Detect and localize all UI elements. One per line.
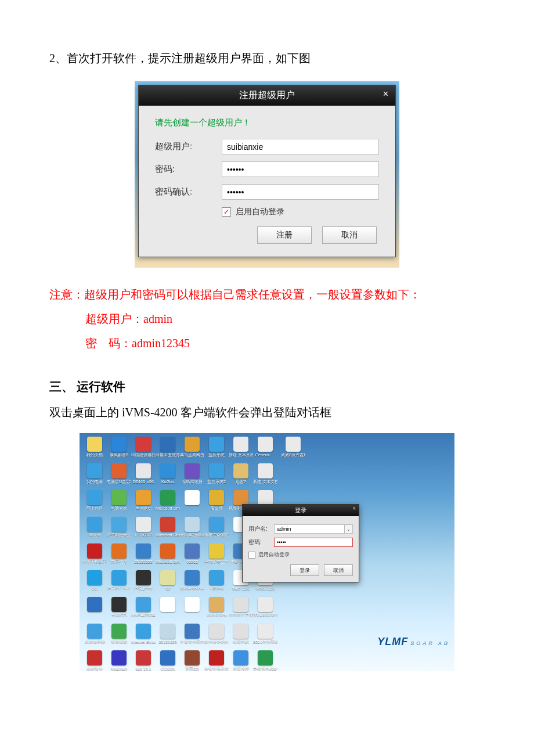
cancel-button[interactable]: 取消 — [322, 226, 377, 244]
desktop-icon[interactable]: 供应搜程 — [229, 650, 252, 671]
desktop-icon[interactable]: 田田田汇总2013... — [229, 597, 252, 624]
desktop-icon-label: 银行服务销售经 — [204, 640, 229, 644]
desktop-icon[interactable]: 常用连接 — [107, 543, 131, 570]
desktop-icon-label: abs 16.1 — [131, 667, 156, 671]
desktop-icon[interactable]: NetExam — [107, 650, 131, 671]
desktop-icon[interactable]: 安实浩浪机软件器... — [205, 650, 228, 671]
app-icon — [87, 624, 102, 639]
desktop-icon[interactable] — [181, 597, 204, 624]
desktop-icon[interactable]: 菜鸟直卖网货源欢 — [181, 437, 204, 463]
cancel-button[interactable]: 取消 — [324, 564, 353, 576]
close-icon[interactable]: × — [383, 89, 388, 99]
password-input[interactable] — [274, 538, 353, 547]
register-button[interactable]: 注册 — [257, 226, 312, 244]
desktop-icon[interactable]: 游千寻广告公司客户端 — [107, 570, 131, 597]
desktop-icon[interactable]: General_... — [254, 437, 277, 463]
desktop-icon[interactable]: 11110303 — [132, 517, 155, 543]
desktop-icon[interactable]: 新建 文本文档 (3) — [254, 463, 277, 490]
desktop-icon[interactable]: 新建 文本文档 — [229, 437, 252, 463]
desktop-icon[interactable]: 我的文档 — [83, 437, 106, 463]
desktop-icon[interactable]: 声卡驱动 — [132, 490, 155, 517]
desktop-icon[interactable]: 20131023 — [132, 543, 155, 570]
desktop-icon[interactable]: 电脑店U盘启动制作工 — [107, 463, 131, 490]
app-icon — [136, 624, 151, 639]
desktop-icon[interactable]: V2200 — [181, 543, 204, 570]
desktop-icon[interactable]: 看直播 — [205, 490, 228, 517]
desktop-icon[interactable]: 我的电脑 — [83, 463, 106, 490]
confirm-password-input[interactable] — [222, 184, 379, 200]
desktop-icon[interactable]: 上网导航 — [205, 570, 228, 597]
desktop-icon-label: 大白菜超级U盘启动盘 — [180, 533, 204, 537]
desktop-icon[interactable]: 易销如意聊 — [83, 624, 106, 650]
desktop-icon-label: 田田田汇总2013... — [229, 613, 253, 617]
chevron-down-icon[interactable]: ⌄ — [345, 524, 353, 534]
desktop-icon[interactable] — [181, 490, 204, 517]
desktop-icon[interactable]: 中国建设银行盾护 — [132, 437, 155, 463]
desktop-icon[interactable]: Internet Explorer — [132, 624, 155, 650]
desktop-icon-label: 我的文档 — [82, 453, 107, 457]
desktop-icon[interactable]: abs 16.1 — [132, 650, 155, 671]
desktop-icon[interactable]: 金山手机助手 — [83, 543, 106, 570]
app-icon — [258, 624, 273, 639]
desktop-icon[interactable]: Microsoft Office — [156, 517, 179, 543]
desktop-icon[interactable]: iVMS-4200客户端 — [132, 597, 155, 624]
desktop-icon[interactable]: 溢讯3位数 — [132, 570, 155, 597]
password-input[interactable] — [222, 161, 379, 177]
desktop-icon[interactable]: 新浪新闻 — [107, 624, 131, 650]
desktop-icon[interactable]: jxn — [156, 570, 179, 597]
desktop-icon[interactable]: 外国ICQ — [107, 597, 131, 624]
desktop-icon[interactable]: 回收站 — [83, 517, 106, 543]
desktop-icon[interactable]: 银行服务销售经 — [205, 624, 228, 650]
auto-login-checkbox[interactable]: ✓ — [222, 207, 231, 217]
desktop-icon[interactable]: 平凉祈安监控 — [205, 543, 228, 570]
desktop-icon[interactable]: 瑞星安全浏览器 — [205, 517, 228, 543]
app-icon — [233, 650, 248, 665]
desktop-icon[interactable]: 20131023 — [156, 624, 179, 650]
desktop-icon[interactable] — [83, 597, 106, 624]
desktop-icon[interactable]: 更因ctp — [181, 650, 204, 671]
desktop-icon[interactable]: 步步通软件 — [205, 597, 228, 624]
desktop-icon[interactable] — [156, 597, 179, 624]
app-icon — [185, 597, 200, 612]
desktop-icon[interactable]: 2014年中国识别计 — [254, 597, 277, 624]
desktop-icon-label: 菜鸟直卖网货源欢 — [180, 453, 204, 457]
desktop-icon[interactable]: KuGou — [156, 463, 179, 490]
desktop-icon[interactable]: 大白菜超级U盘启动盘 — [181, 517, 204, 543]
desktop-icon[interactable]: 操作初始化等周... — [181, 570, 204, 597]
desktop-icon[interactable]: 武威8月丹霞用报销 — [282, 437, 305, 457]
desktop-icon[interactable]: 2014年中国识别计 — [254, 624, 277, 650]
desktop-icon-label: jxn — [156, 586, 180, 591]
desktop-icon[interactable]: 供应指标 — [229, 624, 252, 650]
desktop-icon[interactable]: 监控系统2 — [205, 463, 228, 490]
auto-login-checkbox[interactable] — [248, 552, 255, 559]
desktop-icon[interactable]: QQ — [83, 570, 106, 597]
close-icon[interactable]: × — [352, 505, 356, 512]
desktop-icon[interactable]: 甘肃省公园年审审 — [181, 624, 204, 650]
desktop-icon[interactable]: Microsoft Office P — [156, 543, 179, 570]
desktop-icon-label: 监控系统 — [204, 453, 229, 457]
desktop-icon[interactable]: 免收服务200分... — [254, 650, 277, 671]
screenshot-register-dialog: 注册超级用户 × 请先创建一个超级用户！ 超级用户: 密码: 密码确认: — [135, 81, 399, 268]
desktop-icon[interactable]: 暴风影音5 — [107, 437, 131, 463]
desktop-icon[interactable]: 奇艺刷比大丈 — [107, 517, 131, 543]
desktop-icon[interactable]: 网上邻居 — [83, 490, 106, 517]
desktop-icon[interactable]: 基础快传 — [83, 650, 106, 671]
register-hint: 请先创建一个超级用户！ — [155, 117, 379, 128]
desktop-icon[interactable]: 监控系统 — [205, 437, 228, 463]
desktop-icon[interactable]: 白银中医院停车场 — [156, 437, 179, 463]
superuser-input[interactable] — [222, 139, 379, 154]
app-icon — [87, 517, 102, 532]
desktop-icon-label: 操作初始化等周... — [180, 586, 204, 591]
desktop-icon[interactable]: CCStop — [156, 650, 179, 671]
desktop-icon-label: 常用连接 — [107, 560, 131, 564]
username-input[interactable] — [274, 524, 345, 534]
desktop-icon-label: 甘肃省公园年审审 — [180, 640, 204, 644]
app-icon — [160, 490, 175, 505]
desktop-icon[interactable]: 电脑管家 — [107, 490, 131, 517]
desktop-icon-label: Internet Explorer — [131, 640, 156, 644]
desktop-icon[interactable]: 迅雷7 — [229, 463, 252, 490]
desktop-icon[interactable]: Microsoft Office... — [156, 490, 179, 517]
login-button[interactable]: 登录 — [290, 564, 319, 576]
desktop-icon[interactable]: D0460_v06 — [132, 463, 155, 490]
desktop-icon[interactable]: 福昕阅读器 — [181, 463, 204, 490]
